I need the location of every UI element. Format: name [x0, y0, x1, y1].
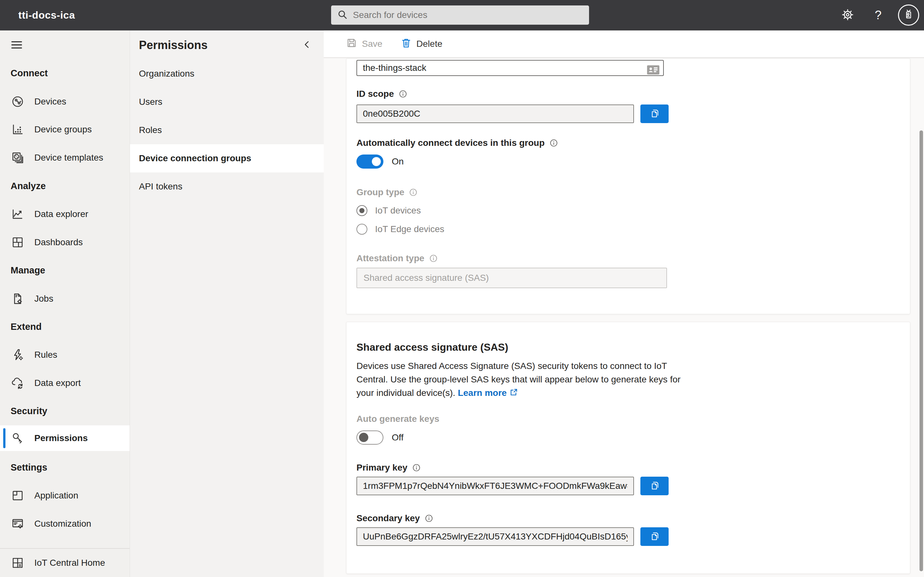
data-explorer-icon [11, 207, 25, 221]
hamburger-menu-button[interactable] [10, 38, 24, 52]
sidebar-item-devices[interactable]: Devices [0, 87, 129, 116]
panel-title: Permissions [139, 39, 300, 52]
sidebar-item-data-explorer[interactable]: Data explorer [0, 200, 129, 228]
radio-iot-devices [357, 205, 367, 216]
group-type-label: Group type [357, 187, 418, 197]
copy-icon [649, 108, 660, 120]
delete-button[interactable]: Delete [401, 37, 443, 51]
customization-icon [11, 517, 25, 531]
sidebar-item-jobs[interactable]: Jobs [0, 285, 129, 313]
id-badge-icon [903, 8, 915, 22]
attestation-type-label: Attestation type [357, 253, 438, 263]
search-icon [337, 9, 348, 21]
sidebar-section-security: Security [0, 397, 129, 425]
sidebar-item-label: Permissions [34, 433, 88, 443]
secondary-key-input[interactable] [357, 527, 634, 546]
main-content: Save Delete ID scope [324, 31, 924, 577]
sidebar-section-analyze: Analyze [0, 172, 129, 200]
info-icon[interactable] [429, 254, 438, 263]
save-button[interactable]: Save [346, 37, 383, 51]
auto-connect-toggle[interactable] [357, 155, 383, 169]
rules-icon [11, 348, 25, 362]
copy-icon [649, 531, 660, 543]
radio-label: IoT Edge devices [375, 224, 444, 234]
sidebar-item-iot-central-home[interactable]: IoT Central Home [0, 549, 129, 577]
command-toolbar: Save Delete [324, 31, 924, 58]
key-icon [11, 431, 25, 445]
primary-key-input[interactable] [357, 477, 634, 495]
radio-iot-edge-devices [357, 224, 367, 235]
auto-generate-keys-label: Auto generate keys [357, 414, 439, 424]
sidebar-item-label: Device groups [34, 124, 92, 135]
info-icon[interactable] [412, 463, 421, 472]
jobs-icon [11, 292, 25, 306]
account-avatar[interactable] [898, 5, 919, 26]
copy-primary-key-button[interactable] [640, 477, 669, 495]
copy-id-scope-button[interactable] [640, 105, 669, 123]
panel-item-users[interactable]: Users [130, 88, 324, 116]
panel-item-device-connection-groups[interactable]: Device connection groups [130, 144, 324, 172]
sidebar-item-label: Jobs [34, 293, 53, 304]
copy-icon [649, 480, 660, 492]
device-templates-icon [11, 151, 25, 165]
copy-secondary-key-button[interactable] [640, 527, 669, 546]
toggle-state: Off [392, 432, 404, 443]
trash-icon [401, 37, 412, 51]
app-window: tti-docs-ica ? Connect Devices Device [0, 0, 924, 577]
group-name-input[interactable] [357, 60, 664, 76]
id-scope-input[interactable] [357, 105, 634, 123]
auto-generate-keys-toggle [357, 430, 383, 445]
info-icon[interactable] [549, 139, 558, 147]
sidebar-item-label: Data explorer [34, 209, 88, 219]
sidebar: Connect Devices Device groups Device tem… [0, 31, 130, 577]
sidebar-section-settings: Settings [0, 454, 129, 482]
group-settings-card: ID scope Automatically connect devices i… [346, 58, 910, 314]
sidebar-item-rules[interactable]: Rules [0, 341, 129, 369]
device-search [331, 5, 589, 25]
info-icon[interactable] [399, 89, 407, 98]
sidebar-item-customization[interactable]: Customization [0, 510, 129, 538]
sidebar-item-dashboards[interactable]: Dashboards [0, 228, 129, 256]
info-icon[interactable] [409, 188, 418, 197]
panel-item-organizations[interactable]: Organizations [130, 60, 324, 88]
sidebar-section-extend: Extend [0, 313, 129, 341]
toggle-state: On [392, 156, 404, 167]
iot-central-home-icon [11, 556, 25, 570]
sidebar-item-data-export[interactable]: Data export [0, 369, 129, 397]
gear-icon [841, 8, 854, 23]
panel-item-api-tokens[interactable]: API tokens [130, 172, 324, 201]
device-groups-icon [11, 122, 25, 137]
auto-connect-label: Automatically connect devices in this gr… [357, 138, 558, 148]
sidebar-item-device-templates[interactable]: Device templates [0, 143, 129, 172]
top-bar: tti-docs-ica ? [0, 0, 924, 31]
collapse-panel-button[interactable] [300, 38, 314, 52]
vertical-scrollbar-thumb[interactable] [919, 131, 923, 571]
sidebar-item-label: Application [34, 490, 78, 501]
sas-description: Devices use Shared Access Signature (SAS… [357, 359, 684, 400]
sidebar-item-label: Customization [34, 519, 91, 529]
sas-heading: Shared access signature (SAS) [357, 342, 508, 353]
sidebar-item-device-groups[interactable]: Device groups [0, 116, 129, 144]
save-floppy-icon [346, 37, 357, 51]
devices-icon [11, 95, 25, 109]
help-icon: ? [875, 8, 881, 22]
sidebar-item-application[interactable]: Application [0, 482, 129, 510]
panel-item-roles[interactable]: Roles [130, 116, 324, 144]
secondary-key-label: Secondary key [357, 513, 433, 524]
help-button[interactable]: ? [869, 0, 888, 31]
learn-more-link[interactable]: Learn more [458, 388, 519, 398]
attestation-type-input [357, 268, 667, 288]
sidebar-item-label: Data export [34, 378, 81, 388]
sas-card: Shared access signature (SAS) Devices us… [346, 322, 910, 574]
sidebar-item-label: Device templates [34, 153, 103, 163]
settings-gear-button[interactable] [838, 0, 857, 31]
sidebar-item-label: IoT Central Home [34, 558, 105, 568]
search-input[interactable] [353, 10, 583, 20]
primary-key-label: Primary key [357, 463, 421, 473]
sidebar-item-label: Devices [34, 97, 66, 107]
contact-card-icon [646, 63, 661, 73]
chevron-left-icon [302, 39, 312, 51]
app-title: tti-docs-ica [18, 0, 75, 31]
info-icon[interactable] [425, 514, 433, 523]
sidebar-item-permissions[interactable]: Permissions [0, 425, 129, 451]
